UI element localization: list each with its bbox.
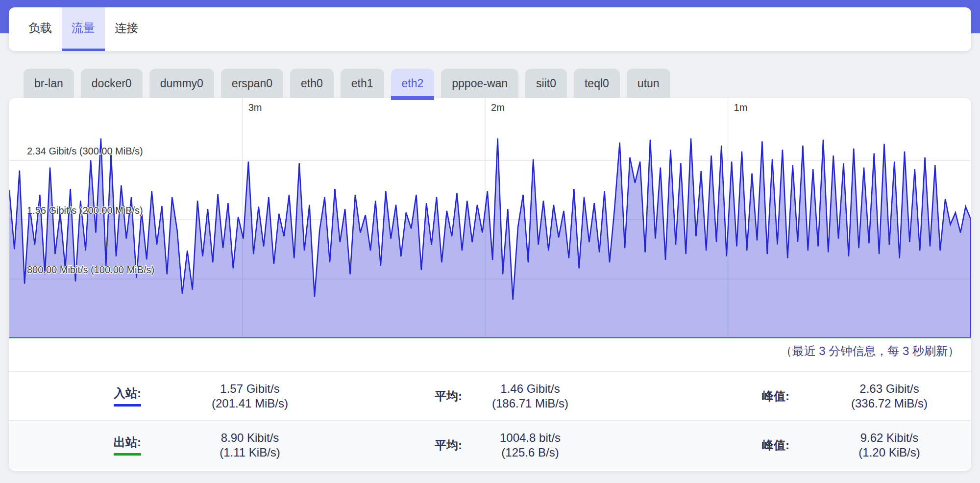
inbound-peak-value: 2.63 Gibit/s(336.72 MiB/s) bbox=[851, 381, 928, 411]
time-label: 1m bbox=[734, 102, 748, 113]
iface-tab-erspan0[interactable]: erspan0 bbox=[221, 69, 283, 98]
iface-tab-siit0[interactable]: siit0 bbox=[525, 69, 567, 98]
inbound-area bbox=[9, 138, 971, 338]
iface-tab-eth1[interactable]: eth1 bbox=[341, 69, 384, 98]
outbound-average-value: 1004.8 bit/s(125.6 B/s) bbox=[500, 431, 561, 460]
y-axis-label: 1.56 Gibit/s (200.00 MiB/s) bbox=[27, 205, 143, 216]
outbound-average-label: 平均: bbox=[435, 438, 462, 453]
iface-tab-eth2[interactable]: eth2 bbox=[391, 69, 435, 98]
traffic-graph-svg bbox=[9, 98, 971, 338]
tab-traffic[interactable]: 流量 bbox=[62, 7, 105, 51]
outbound-peak-label: 峰值: bbox=[762, 438, 789, 453]
main-tab-bar: 负载流量连接 bbox=[9, 7, 971, 51]
iface-tab-br-lan[interactable]: br-lan bbox=[24, 69, 74, 98]
inbound-current-value: 1.57 Gibit/s(201.41 MiB/s) bbox=[212, 381, 288, 411]
chart-caption: （最近 3 分钟信息，每 3 秒刷新） bbox=[781, 344, 959, 357]
time-label: 2m bbox=[491, 102, 505, 113]
time-label: 3m bbox=[248, 102, 262, 113]
iface-tab-dummy0[interactable]: dummy0 bbox=[149, 69, 214, 98]
iface-tab-utun[interactable]: utun bbox=[627, 69, 670, 98]
iface-tab-eth0[interactable]: eth0 bbox=[290, 69, 334, 98]
stats-row-inbound: 入站: 1.57 Gibit/s(201.41 MiB/s) 平均: 1.46 … bbox=[9, 371, 971, 420]
inbound-average-label: 平均: bbox=[435, 389, 462, 404]
stats-row-outbound: 出站: 8.90 Kibit/s(1.11 KiB/s) 平均: 1004.8 … bbox=[9, 420, 971, 469]
tab-load[interactable]: 负载 bbox=[19, 7, 62, 51]
inbound-peak-label: 峰值: bbox=[762, 389, 789, 404]
inbound-average-value: 1.46 Gibit/s(186.71 MiB/s) bbox=[492, 381, 568, 411]
chart-caption-row: （最近 3 分钟信息，每 3 秒刷新） bbox=[9, 338, 971, 371]
traffic-panel: 2.34 Gibit/s (300.00 MiB/s)1.56 Gibit/s … bbox=[9, 98, 971, 471]
outbound-current-value: 8.90 Kibit/s(1.11 KiB/s) bbox=[220, 431, 280, 460]
y-axis-label: 800.00 Mibit/s (100.00 MiB/s) bbox=[27, 264, 154, 276]
iface-tab-pppoe-wan[interactable]: pppoe-wan bbox=[441, 69, 518, 98]
outbound-label: 出站: bbox=[114, 435, 141, 456]
iface-tab-teql0[interactable]: teql0 bbox=[574, 69, 620, 98]
y-axis-label: 2.34 Gibit/s (300.00 MiB/s) bbox=[27, 146, 143, 157]
tab-connections[interactable]: 连接 bbox=[105, 7, 148, 51]
outbound-peak-value: 9.62 Kibit/s(1.20 KiB/s) bbox=[858, 431, 920, 460]
inbound-label: 入站: bbox=[114, 386, 141, 407]
traffic-chart: 2.34 Gibit/s (300.00 MiB/s)1.56 Gibit/s … bbox=[9, 98, 971, 338]
interface-tab-bar: br-landocker0dummy0erspan0eth0eth1eth2pp… bbox=[24, 69, 969, 98]
iface-tab-docker0[interactable]: docker0 bbox=[81, 69, 143, 98]
